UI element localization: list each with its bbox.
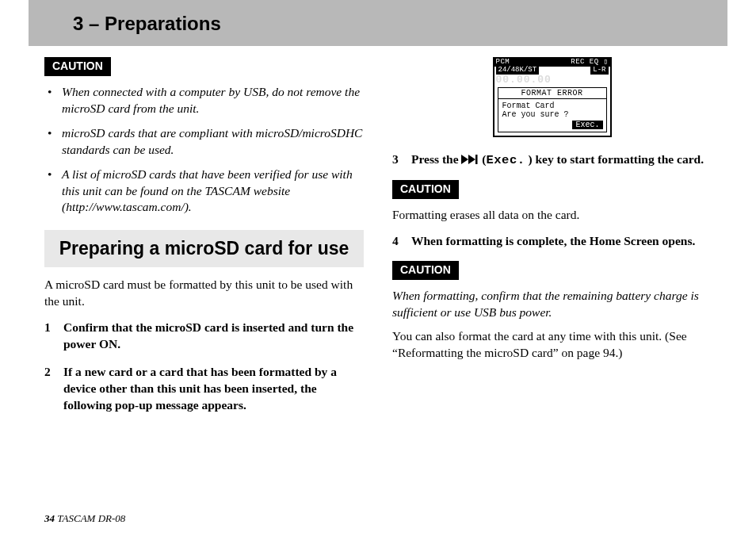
step-number: 1 <box>44 320 55 353</box>
popup-exec-row: Exec. <box>498 121 606 132</box>
caution-badge: CAUTION <box>44 57 111 76</box>
page-header-title: 3 – Preparations <box>73 13 727 35</box>
step-number: 3 <box>392 151 403 169</box>
step-number: 4 <box>392 233 403 250</box>
caution-badge: CAUTION <box>392 261 459 280</box>
page-footer: 34 TASCAM DR-08 <box>44 512 125 525</box>
footer-model: TASCAM DR-08 <box>55 512 125 524</box>
step3-suffix: ) key to start formatting the card. <box>528 152 704 166</box>
screen-time-digits: 00.00.00 <box>494 75 610 87</box>
caution-badge: CAUTION <box>392 180 459 199</box>
header-bar: 3 – Preparations <box>29 0 727 46</box>
svg-marker-1 <box>468 155 475 164</box>
step-1: 1 Confirm that the microSD card is inser… <box>44 320 364 353</box>
caution-italic-text: When formatting, confirm that the remain… <box>392 288 712 321</box>
left-column: CAUTION When connected with a computer b… <box>44 57 364 425</box>
device-screen: PCM REC EQ ▯ 24/48K/ST L-R 00.00.00 FORM… <box>493 57 612 137</box>
section-intro: A microSD card must be formatted by this… <box>44 277 364 310</box>
section-heading: Preparing a microSD card for use <box>44 230 364 267</box>
screen-popup: FORMAT ERROR Format Card Are you sure ? … <box>498 87 607 132</box>
caution-bullets: When connected with a computer by USB, d… <box>44 84 364 216</box>
fast-forward-icon <box>461 155 479 164</box>
page-number: 34 <box>44 512 55 524</box>
step-text: Confirm that the microSD card is inserte… <box>63 320 364 353</box>
popup-title: FORMAT ERROR <box>498 88 606 99</box>
svg-marker-0 <box>461 155 468 164</box>
step-2: 2 If a new card or a card that has been … <box>44 364 364 414</box>
closing-paragraph: You can also format the card at any time… <box>392 328 712 362</box>
step-number: 2 <box>44 364 55 414</box>
svg-rect-2 <box>475 155 478 164</box>
step3-prefix: Press the <box>411 152 461 166</box>
popup-line: Are you sure ? <box>502 110 602 119</box>
bullet-item: When connected with a computer by USB, d… <box>44 84 364 117</box>
right-column: PCM REC EQ ▯ 24/48K/ST L-R 00.00.00 FORM… <box>392 57 712 425</box>
step-text: Press the (Exec. ) key to start formatti… <box>411 151 712 169</box>
step3-exec-label: Exec. <box>486 153 525 167</box>
caution-text: Formatting erases all data on the card. <box>392 207 712 224</box>
content-columns: CAUTION When connected with a computer b… <box>0 46 756 425</box>
step-text: If a new card or a card that has been fo… <box>63 364 364 414</box>
popup-line: Format Card <box>502 102 602 110</box>
step-4: 4 When formatting is complete, the Home … <box>392 233 712 250</box>
bullet-item: microSD cards that are compliant with mi… <box>44 125 364 159</box>
step-3: 3 Press the (Exec. ) key to start format… <box>392 151 712 169</box>
step-text: When formatting is complete, the Home Sc… <box>411 233 712 250</box>
screen-sub-right: L-R <box>590 67 608 75</box>
bullet-item: A list of microSD cards that have been v… <box>44 167 364 216</box>
popup-exec-button: Exec. <box>572 121 602 129</box>
popup-body: Format Card Are you sure ? <box>498 99 606 121</box>
